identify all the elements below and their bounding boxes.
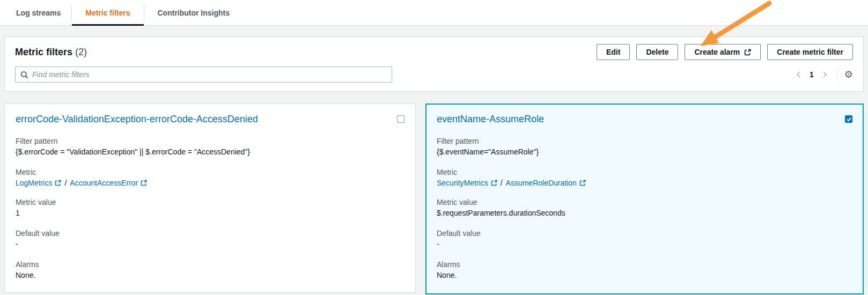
checkmark-icon	[846, 116, 852, 122]
metric-label: Metric	[437, 167, 852, 178]
metric-filter-cards: errorCode-ValidationException-errorCode-…	[4, 104, 864, 294]
filter-pattern-label: Filter pattern	[437, 136, 852, 146]
metric-value-label: Metric value	[437, 197, 852, 208]
metric-name-text: AssumeRoleDuration	[506, 179, 577, 187]
metric-filter-card-assumerole-selected: eventName-AssumeRole Filter pattern {$.e…	[425, 104, 864, 294]
search-box	[15, 67, 392, 83]
metric-separator: /	[501, 179, 503, 187]
delete-button[interactable]: Delete	[636, 44, 678, 60]
tab-log-streams-label: Log streams	[16, 9, 61, 17]
filter-pattern-value: {$.eventName="AssumeRole"}	[437, 147, 852, 157]
metric-name-text: AccountAccessError	[70, 179, 138, 187]
alarms-value: None.	[16, 270, 404, 281]
metric-name-link[interactable]: AccountAccessError	[70, 179, 147, 187]
default-value-label: Default value	[437, 228, 852, 239]
alarms-label: Alarms	[437, 260, 852, 270]
metric-label: Metric	[16, 167, 404, 178]
alarms-value: None.	[437, 270, 852, 281]
page-title-text: Metric filters	[15, 47, 72, 57]
chevron-left-icon	[795, 71, 803, 78]
filter-pattern-label: Filter pattern	[16, 136, 404, 146]
create-alarm-button[interactable]: Create alarm	[685, 44, 761, 60]
filter-pattern-value: {$.errorCode = "ValidationException" || …	[16, 147, 404, 157]
external-link-icon	[141, 180, 147, 186]
metric-value: 1	[16, 208, 404, 218]
create-metric-filter-button-label: Create metric filter	[777, 48, 843, 56]
create-alarm-button-label: Create alarm	[694, 48, 740, 56]
tab-metric-filters-label: Metric filters	[85, 9, 130, 17]
metric-namespace-text: SecurityMetrics	[437, 179, 488, 187]
metric-filters-header-panel: Metric filters(2) Edit Delete Create ala…	[4, 36, 864, 92]
page-title: Metric filters(2)	[15, 47, 87, 58]
tab-log-streams[interactable]: Log streams	[16, 0, 71, 25]
search-icon	[20, 71, 28, 79]
pagination: 1 ⚙	[792, 68, 853, 82]
metric-filter-card-errorcode: errorCode-ValidationException-errorCode-…	[4, 104, 416, 293]
external-link-icon	[579, 180, 586, 186]
edit-button[interactable]: Edit	[597, 44, 630, 60]
metric-separator: /	[64, 179, 67, 187]
alarms-label: Alarms	[16, 260, 404, 270]
external-link-icon	[55, 180, 61, 186]
metric-value-label: Metric value	[16, 197, 404, 208]
default-value-label: Default value	[16, 228, 404, 239]
metric-name-link[interactable]: AssumeRoleDuration	[506, 179, 586, 187]
edit-button-label: Edit	[606, 48, 620, 56]
pagination-divider	[837, 68, 838, 82]
metric-namespace-link[interactable]: LogMetrics	[16, 179, 61, 187]
default-value: -	[16, 239, 404, 249]
default-value: -	[437, 239, 852, 249]
next-page-button[interactable]	[818, 68, 831, 81]
metric-namespace-text: LogMetrics	[16, 179, 52, 187]
external-link-icon	[491, 180, 497, 186]
search-input[interactable]	[32, 70, 387, 79]
tab-contributor-insights[interactable]: Contributor Insights	[144, 0, 244, 25]
card-checkbox-checked[interactable]	[845, 115, 852, 123]
chevron-right-icon	[821, 71, 828, 78]
delete-button-label: Delete	[646, 48, 668, 56]
page-title-count: (2)	[75, 47, 87, 57]
create-metric-filter-button[interactable]: Create metric filter	[767, 44, 853, 60]
external-link-icon	[744, 49, 751, 56]
tab-contributor-insights-label: Contributor Insights	[158, 9, 230, 17]
metric-value: $.requestParameters.durationSeconds	[437, 208, 852, 218]
previous-page-button[interactable]	[792, 68, 805, 81]
tab-metric-filters[interactable]: Metric filters	[72, 0, 143, 25]
header-actions: Edit Delete Create alarm Create metric f…	[597, 44, 853, 60]
metric-namespace-link[interactable]: SecurityMetrics	[437, 179, 497, 187]
card-checkbox-unchecked[interactable]	[397, 115, 404, 123]
tab-bar: Log streams Metric filters Contributor I…	[0, 0, 868, 26]
metric-filter-link[interactable]: eventName-AssumeRole	[437, 112, 544, 126]
metric-filter-link[interactable]: errorCode-ValidationException-errorCode-…	[16, 112, 258, 126]
current-page-number: 1	[810, 70, 814, 79]
settings-gear-icon[interactable]: ⚙	[844, 70, 853, 79]
